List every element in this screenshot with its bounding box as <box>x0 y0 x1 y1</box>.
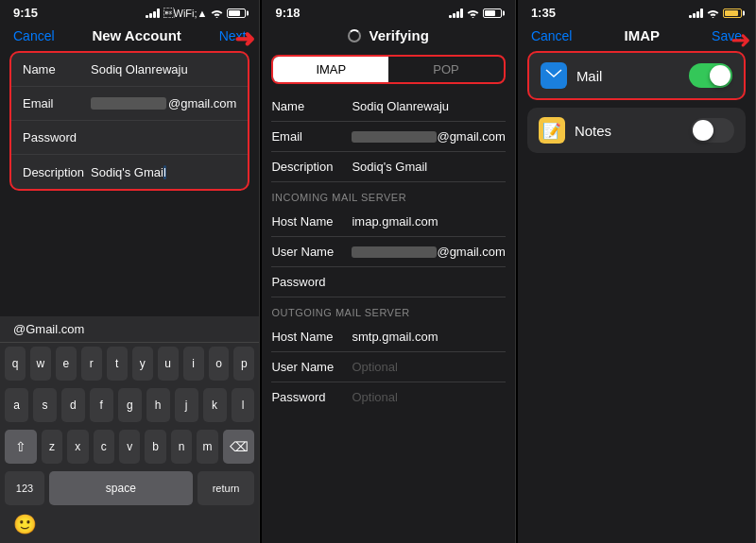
key-w[interactable]: w <box>30 347 51 381</box>
p2-row-username-in: User Name @gmail.com <box>271 237 505 267</box>
notes-toggle-knob <box>693 120 713 141</box>
status-time-3: 1:35 <box>531 6 556 20</box>
key-t[interactable]: t <box>107 347 128 381</box>
p2-row-hostname-out: Host Name smtp.gmail.com <box>271 322 505 352</box>
key-shift[interactable]: ⇧ <box>5 430 37 464</box>
verifying-form: Name Sodiq Olanrewaju Email @gmail.com D… <box>262 92 514 412</box>
verifying-title-row: Verifying <box>262 24 514 51</box>
p2-value-hostname-out: smtp.gmail.com <box>352 330 438 344</box>
form-row-email: Email @gmail.com <box>11 87 248 121</box>
p2-label-name: Name <box>271 99 352 113</box>
emoji-icon[interactable]: 🙂 <box>13 513 37 535</box>
p2-label-username-out: User Name <box>271 360 352 374</box>
p2-label-desc: Description <box>271 160 352 174</box>
segment-control: IMAP POP <box>271 55 505 84</box>
key-h[interactable]: h <box>146 388 170 422</box>
key-z[interactable]: z <box>42 430 62 464</box>
red-arrow-1: ➜ <box>234 25 255 54</box>
key-row-2: a s d f g h j k l <box>0 384 259 426</box>
key-space[interactable]: space <box>49 471 193 505</box>
key-g[interactable]: g <box>118 388 142 422</box>
p2-label-password-in: Password <box>271 275 352 289</box>
keyboard-area-1: @Gmail.com q w e r t y u i o p a s d f g… <box>0 316 259 543</box>
new-account-form: Name Sodiq Olanrewaju Email @gmail.com P… <box>9 51 249 191</box>
label-name: Name <box>23 62 91 76</box>
key-p[interactable]: p <box>233 347 254 381</box>
value-name[interactable]: Sodiq Olanrewaju <box>91 62 236 76</box>
p2-row-username-out: User Name Optional <box>271 352 505 382</box>
key-n[interactable]: n <box>171 430 192 464</box>
notes-app-icon: 📝 <box>539 117 565 144</box>
battery-icon-3 <box>723 8 742 18</box>
key-delete[interactable]: ⌫ <box>223 430 255 464</box>
mail-toggle[interactable] <box>689 63 732 88</box>
p2-label-username-in: User Name <box>271 245 352 259</box>
red-arrow-3: ➜ <box>730 25 751 55</box>
value-email[interactable] <box>91 97 166 110</box>
key-u[interactable]: u <box>158 347 179 381</box>
signal-icon-1 <box>146 8 160 18</box>
value-description[interactable]: Sodiq's Gmail <box>91 165 236 179</box>
key-q[interactable]: q <box>5 347 26 381</box>
p2-row-password-in: Password <box>271 267 505 297</box>
key-l[interactable]: l <box>232 388 255 422</box>
mail-app-icon <box>541 62 567 89</box>
p2-value-hostname-in: imap.gmail.com <box>352 214 438 229</box>
p2-value-password-out: Optional <box>352 390 397 404</box>
notes-toggle[interactable] <box>691 118 734 143</box>
cancel-button-3[interactable]: Cancel <box>531 28 573 43</box>
key-d[interactable]: d <box>61 388 85 422</box>
key-e[interactable]: e <box>56 347 77 381</box>
p2-value-desc: Sodiq's Gmail <box>352 160 427 174</box>
spinner-icon <box>348 29 361 42</box>
cancel-button-1[interactable]: Cancel <box>13 28 55 43</box>
key-i[interactable]: i <box>183 347 204 381</box>
key-y[interactable]: y <box>132 347 153 381</box>
nav-title-1: New Account <box>92 27 180 43</box>
key-x[interactable]: x <box>67 430 88 464</box>
segment-imap[interactable]: IMAP <box>273 57 388 82</box>
status-icons-2 <box>449 8 502 18</box>
p2-row-hostname-in: Host Name imap.gmail.com <box>271 207 505 237</box>
suggestion-text-1: @Gmail.com <box>13 322 84 336</box>
key-j[interactable]: j <box>175 388 198 422</box>
mail-label: Mail <box>576 68 689 84</box>
key-k[interactable]: k <box>203 388 227 422</box>
battery-icon-1 <box>227 8 246 18</box>
form-row-password: Password <box>11 121 248 155</box>
signal-icon-3 <box>689 8 703 18</box>
emoji-key-row: 🙂 <box>0 509 259 543</box>
p2-row-name: Name Sodiq Olanrewaju <box>271 92 505 122</box>
nav-bar-3: Cancel IMAP Save <box>518 24 755 51</box>
status-time-1: 9:15 <box>13 6 38 20</box>
mail-toggle-knob <box>710 65 730 86</box>
key-m[interactable]: m <box>197 430 217 464</box>
p2-value-name: Sodiq Olanrewaju <box>352 99 449 113</box>
p2-value-email <box>352 131 437 143</box>
key-r[interactable]: r <box>81 347 102 381</box>
p2-label-hostname-out: Host Name <box>271 330 352 344</box>
toggle-row-mail: Mail <box>527 51 746 100</box>
key-row-4: 123 space return <box>0 467 259 509</box>
key-v[interactable]: v <box>119 430 140 464</box>
label-password: Password <box>23 130 91 144</box>
segment-pop[interactable]: POP <box>388 57 504 82</box>
incoming-header: INCOMING MAIL SERVER <box>271 182 505 207</box>
p2-label-email: Email <box>271 129 352 144</box>
form-row-description: Description Sodiq's Gmail <box>11 155 248 189</box>
key-a[interactable]: a <box>5 388 28 422</box>
status-bar-2: 9:18 <box>262 0 514 24</box>
battery-icon-2 <box>483 8 502 18</box>
key-b[interactable]: b <box>145 430 165 464</box>
p2-label-hostname-in: Host Name <box>271 214 352 229</box>
key-o[interactable]: o <box>209 347 230 381</box>
keyboard-suggestion-1[interactable]: @Gmail.com <box>0 316 259 343</box>
key-return[interactable]: return <box>198 471 255 505</box>
wifi-icon-1b <box>211 8 223 18</box>
mail-notes-section: Mail 📝 Notes <box>527 51 746 161</box>
wifi-icon-1: WiFi;▲ <box>163 8 208 19</box>
key-s[interactable]: s <box>33 388 57 422</box>
key-c[interactable]: c <box>94 430 114 464</box>
key-f[interactable]: f <box>90 388 113 422</box>
key-numbers[interactable]: 123 <box>5 471 44 505</box>
